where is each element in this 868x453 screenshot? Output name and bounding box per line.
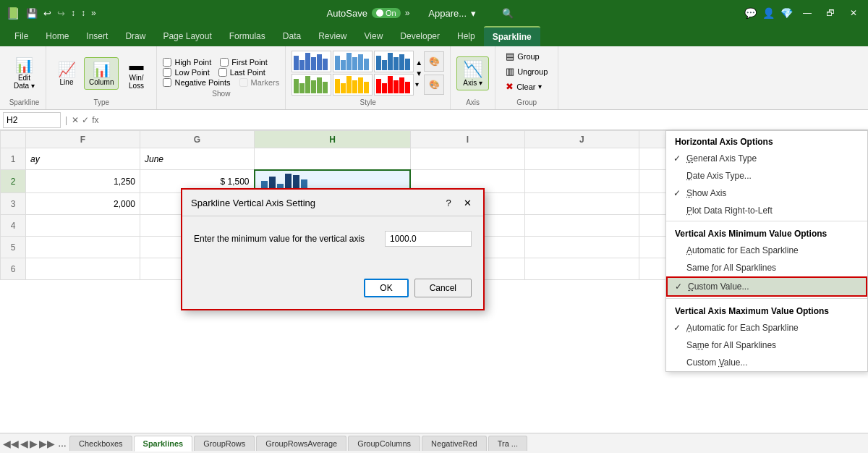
cell-j4[interactable]: [524, 215, 639, 237]
dialog-help-icon[interactable]: ?: [441, 195, 456, 210]
first-point-checkbox[interactable]: First Point: [220, 58, 268, 67]
dropdown-date-axis-type[interactable]: Date Axis Type...: [666, 167, 867, 185]
redo-btn[interactable]: ↪: [57, 8, 65, 19]
cell-f3[interactable]: 2,000: [26, 193, 140, 215]
markers-input[interactable]: [239, 78, 248, 87]
sheet-tab-sparklines[interactable]: Sparklines: [134, 436, 193, 452]
dialog-cancel-button[interactable]: Cancel: [414, 279, 472, 297]
comments-icon[interactable]: 💬: [744, 7, 757, 19]
col-header-h[interactable]: H: [255, 131, 411, 148]
style-preview-2[interactable]: [333, 51, 373, 72]
formula-cancel-icon[interactable]: ✕: [72, 115, 79, 125]
dropdown-same-all-min[interactable]: Same for All Sparklines: [666, 259, 867, 276]
style-scroll-up[interactable]: ▲: [415, 59, 422, 67]
ribbon-icon[interactable]: 💎: [780, 7, 793, 19]
negative-points-input[interactable]: [163, 78, 171, 87]
dropdown-auto-each-max[interactable]: Automatic for Each Sparkline: [666, 319, 867, 336]
tab-page-layout[interactable]: Page Layout: [154, 26, 220, 46]
clear-button[interactable]: ✖ Clear ▾: [501, 80, 546, 93]
last-point-checkbox[interactable]: Last Point: [218, 68, 265, 77]
tab-developer[interactable]: Developer: [391, 26, 448, 46]
dropdown-general-axis-type[interactable]: General Axis Type: [666, 150, 867, 167]
close-button[interactable]: ✕: [845, 4, 862, 22]
cell-f5[interactable]: [26, 237, 140, 258]
tab-sparkline[interactable]: Sparkline: [484, 26, 540, 46]
tab-draw[interactable]: Draw: [116, 26, 154, 46]
cell-h1[interactable]: [255, 148, 411, 170]
axis-button[interactable]: 📉 Axis ▾: [456, 56, 489, 90]
sheet-tab-grouprows[interactable]: GroupRows: [194, 436, 255, 451]
sort-asc-icon[interactable]: ↕: [71, 8, 75, 18]
cell-f4[interactable]: [26, 215, 140, 237]
dialog-value-input[interactable]: [385, 231, 472, 247]
cell-g1[interactable]: June: [140, 148, 255, 170]
tab-data[interactable]: Data: [274, 26, 310, 46]
sheet-nav-last[interactable]: ▶▶: [39, 438, 55, 449]
edit-data-button[interactable]: 📊 EditData ▾: [9, 54, 39, 93]
cell-f6[interactable]: [26, 258, 140, 280]
tab-review[interactable]: Review: [310, 26, 355, 46]
style-preview-4[interactable]: [292, 74, 331, 96]
cell-i1[interactable]: [410, 148, 524, 170]
dropdown-show-axis[interactable]: Show Axis: [666, 185, 867, 202]
tab-view[interactable]: View: [356, 26, 392, 46]
sheet-nav-next[interactable]: ▶: [30, 438, 38, 449]
style-scroll-down[interactable]: ▼: [415, 69, 422, 77]
col-header-j[interactable]: J: [524, 131, 639, 148]
minimize-button[interactable]: —: [799, 4, 816, 22]
sheet-tab-groupcolumns[interactable]: GroupColumns: [348, 436, 420, 451]
low-point-checkbox[interactable]: Low Point: [163, 68, 209, 77]
tab-file[interactable]: File: [6, 26, 37, 46]
style-preview-3[interactable]: [374, 51, 414, 72]
share-icon[interactable]: 👤: [762, 7, 775, 19]
col-header-f[interactable]: F: [26, 131, 140, 148]
style-preview-5[interactable]: [333, 74, 373, 96]
low-point-input[interactable]: [163, 68, 171, 77]
sheet-tab-tra[interactable]: Tra ...: [488, 436, 527, 451]
sparkline-color-button[interactable]: 🎨: [424, 51, 444, 72]
quick-access-save[interactable]: 💾: [26, 8, 38, 19]
formula-confirm-icon[interactable]: ✓: [82, 115, 89, 125]
dialog-close-icon[interactable]: ✕: [460, 195, 475, 210]
cell-j1[interactable]: [524, 148, 639, 170]
dialog-ok-button[interactable]: OK: [364, 279, 408, 297]
cell-f2[interactable]: 1,250: [26, 170, 140, 193]
undo-btn[interactable]: ↩: [43, 8, 51, 19]
dropdown-plot-right-to-left[interactable]: Plot Data Right-to-Left: [666, 202, 867, 219]
high-point-input[interactable]: [163, 58, 171, 67]
filename-dropdown-icon[interactable]: ▾: [471, 8, 476, 19]
dropdown-custom-value-max[interactable]: Custom Value...: [666, 354, 867, 371]
marker-color-button[interactable]: 🎨: [424, 75, 444, 95]
style-preview-1[interactable]: [292, 51, 331, 72]
sheet-nav-first[interactable]: ◀◀: [3, 438, 19, 449]
dropdown-same-all-max[interactable]: Same for All Sparklines: [666, 336, 867, 354]
high-point-checkbox[interactable]: High Point: [163, 58, 211, 67]
cell-j6[interactable]: [524, 258, 639, 280]
sheet-tab-grouprowsaverage[interactable]: GroupRowsAverage: [256, 436, 346, 451]
name-box[interactable]: [3, 112, 61, 128]
sheet-nav-prev[interactable]: ◀: [20, 438, 28, 449]
cell-f1[interactable]: ay: [26, 148, 140, 170]
group-button[interactable]: ▤ Group: [501, 49, 544, 63]
cell-j3[interactable]: [524, 193, 639, 215]
negative-points-checkbox[interactable]: Negative Points: [163, 78, 230, 87]
cell-j5[interactable]: [524, 237, 639, 258]
first-point-input[interactable]: [220, 58, 229, 67]
dropdown-custom-value-min[interactable]: Custom Value...: [666, 276, 867, 297]
search-icon[interactable]: 🔍: [502, 8, 514, 19]
line-button[interactable]: 📈 Line: [52, 58, 81, 89]
cell-j2[interactable]: [524, 170, 639, 193]
last-point-input[interactable]: [218, 68, 227, 77]
more-commands-icon[interactable]: »: [405, 8, 410, 18]
formula-fx-icon[interactable]: fx: [92, 115, 98, 125]
clear-dropdown-icon[interactable]: ▾: [538, 82, 542, 90]
formula-input[interactable]: [101, 112, 865, 128]
col-header-g[interactable]: G: [140, 131, 255, 148]
sheet-tab-negativered[interactable]: NegativeRed: [422, 436, 487, 451]
restore-button[interactable]: 🗗: [822, 4, 839, 22]
tab-home[interactable]: Home: [37, 26, 77, 46]
markers-checkbox[interactable]: Markers: [239, 78, 280, 87]
style-preview-6[interactable]: [374, 74, 414, 96]
col-header-i[interactable]: I: [410, 131, 524, 148]
more-icon[interactable]: »: [91, 8, 96, 18]
